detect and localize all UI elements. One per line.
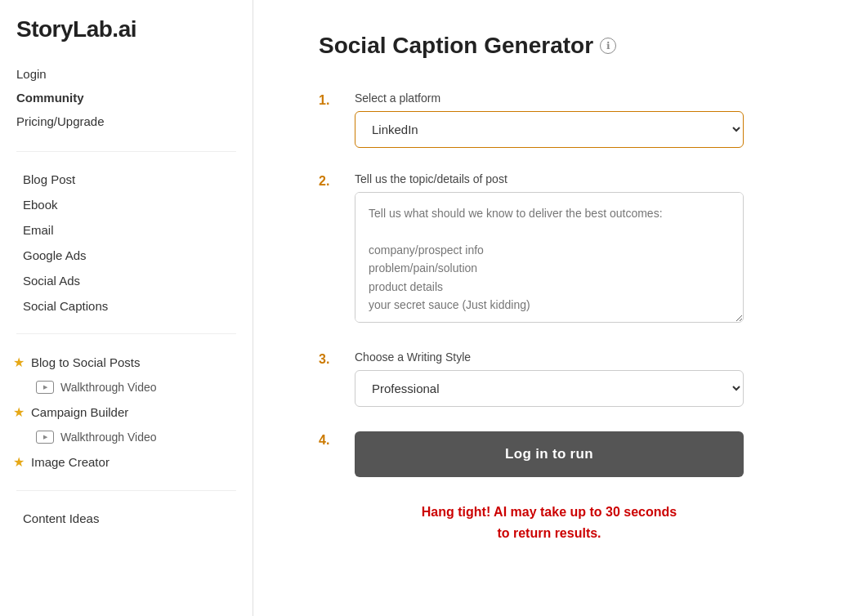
step-1-label: Select a platform [355, 92, 744, 105]
sidebar-login-link[interactable]: Login [16, 67, 236, 81]
step-2-section: 2. Tell us the topic/details of post [319, 172, 744, 326]
step-4-field: Log in to run [355, 431, 744, 477]
sidebar-item-walkthrough-1[interactable]: Walkthrough Video [0, 376, 253, 399]
video-icon-2 [36, 431, 54, 444]
sidebar-item-ebook[interactable]: Ebook [0, 192, 253, 217]
sidebar-menu: Blog Post Ebook Email Google Ads Social … [0, 158, 253, 327]
walkthrough-label-1: Walkthrough Video [60, 381, 157, 394]
sidebar-item-walkthrough-2[interactable]: Walkthrough Video [0, 426, 253, 449]
step-3-field: Choose a Writing Style Professional Casu… [355, 350, 744, 407]
blog-to-social-label: Blog to Social Posts [31, 355, 140, 369]
walkthrough-label-2: Walkthrough Video [60, 431, 157, 444]
page-title: Social Caption Generator [319, 33, 593, 59]
sidebar-bottom-menu: Content Ideas [0, 498, 253, 539]
sidebar-item-blog-to-social[interactable]: ★ Blog to Social Posts [0, 349, 253, 376]
sidebar: StoryLab.ai Login Community Pricing/Upgr… [0, 0, 253, 616]
sidebar-item-image-creator[interactable]: ★ Image Creator [0, 449, 253, 475]
campaign-builder-label: Campaign Builder [31, 405, 128, 419]
sidebar-pricing-link[interactable]: Pricing/Upgrade [16, 114, 236, 128]
star-icon-3: ★ [13, 454, 25, 470]
logo[interactable]: StoryLab.ai [0, 16, 253, 67]
step-2-number: 2. [319, 172, 338, 189]
sidebar-item-campaign-builder[interactable]: ★ Campaign Builder [0, 399, 253, 426]
step-1-section: 1. Select a platform LinkedIn Facebook I… [319, 92, 744, 148]
sidebar-divider-3 [16, 490, 236, 491]
sidebar-item-email[interactable]: Email [0, 217, 253, 243]
sidebar-divider [16, 151, 236, 152]
sidebar-item-content-ideas[interactable]: Content Ideas [0, 506, 253, 531]
step-4-section: 4. Log in to run [319, 431, 744, 477]
platform-select[interactable]: LinkedIn Facebook Instagram Twitter [355, 111, 744, 148]
wait-message-line2: to return results. [319, 523, 780, 544]
video-icon-1 [36, 381, 54, 394]
writing-style-select[interactable]: Professional Casual Humorous Formal [355, 370, 744, 407]
step-1-field: Select a platform LinkedIn Facebook Inst… [355, 92, 744, 148]
sidebar-community-link[interactable]: Community [16, 91, 236, 105]
wait-message: Hang tight! AI may take up to 30 seconds… [319, 502, 780, 543]
step-3-section: 3. Choose a Writing Style Professional C… [319, 350, 744, 407]
wait-message-line1: Hang tight! AI may take up to 30 seconds [319, 502, 780, 523]
sidebar-item-social-captions[interactable]: Social Captions [0, 293, 253, 319]
sidebar-item-social-ads[interactable]: Social Ads [0, 268, 253, 293]
image-creator-label: Image Creator [31, 455, 110, 469]
step-2-label: Tell us the topic/details of post [355, 172, 744, 185]
step-1-number: 1. [319, 92, 338, 108]
info-icon[interactable]: ℹ [600, 38, 616, 54]
run-button[interactable]: Log in to run [355, 431, 744, 477]
step-3-label: Choose a Writing Style [355, 350, 744, 364]
sidebar-nav-top: Login Community Pricing/Upgrade [0, 67, 253, 145]
step-3-number: 3. [319, 350, 338, 367]
star-icon-2: ★ [13, 404, 25, 420]
step-4-number: 4. [319, 431, 338, 448]
main-content: Social Caption Generator ℹ 1. Select a p… [253, 0, 845, 616]
topic-textarea[interactable] [355, 192, 744, 323]
sidebar-item-google-ads[interactable]: Google Ads [0, 243, 253, 268]
starred-menu: ★ Blog to Social Posts Walkthrough Video… [0, 341, 253, 484]
star-icon: ★ [13, 355, 25, 370]
sidebar-divider-2 [16, 333, 236, 334]
sidebar-item-blog-post[interactable]: Blog Post [0, 167, 253, 192]
step-2-field: Tell us the topic/details of post [355, 172, 744, 326]
page-title-row: Social Caption Generator ℹ [319, 33, 780, 59]
